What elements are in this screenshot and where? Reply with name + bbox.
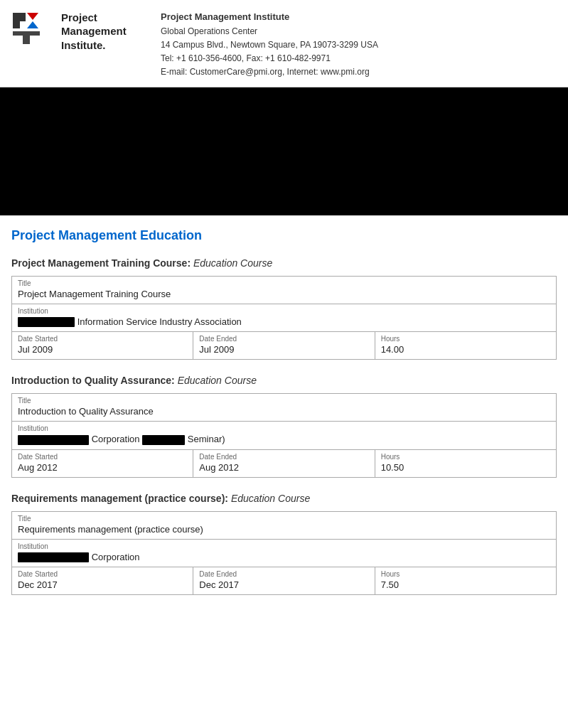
title-field-3: Title Requirements management (practice …	[11, 511, 557, 540]
title-field-2: Title Introduction to Quality Assurance	[11, 393, 557, 422]
svg-rect-6	[23, 31, 30, 44]
date-started-field-1: Date Started Jul 2009	[11, 331, 193, 360]
course-block-3: Requirements management (practice course…	[11, 493, 557, 595]
hours-field-2: Hours 10.50	[375, 449, 557, 478]
logo-text: Project Management Institute.	[61, 11, 127, 53]
section-title: Project Management Education	[11, 228, 557, 243]
svg-marker-3	[27, 13, 38, 20]
course-block-2: Introduction to Quality Assurance: Educa…	[11, 375, 557, 477]
logo: Project Management Institute.	[11, 10, 139, 53]
svg-marker-4	[27, 21, 38, 28]
institution-field-1: Institution Information Service Industry…	[11, 304, 557, 333]
institution-field-3: Institution Corporation	[11, 539, 557, 568]
date-row-1: Date Started Jul 2009 Date Ended Jul 200…	[11, 331, 557, 359]
date-row-2: Date Started Aug 2012 Date Ended Aug 201…	[11, 449, 557, 477]
main-content: Project Management Education Project Man…	[0, 215, 568, 623]
redacted-2b	[142, 435, 185, 445]
course-block-1: Project Management Training Course: Educ…	[11, 257, 557, 360]
date-ended-field-3: Date Ended Dec 2017	[193, 567, 375, 595]
page-header: Project Management Institute. Project Ma…	[0, 0, 568, 87]
redacted-1	[18, 317, 75, 327]
course-heading-1: Project Management Training Course: Educ…	[11, 257, 557, 269]
date-started-field-2: Date Started Aug 2012	[11, 449, 193, 478]
header-address: Project Management Institute Global Oper…	[161, 10, 378, 80]
institution-field-2: Institution Corporation Seminar)	[11, 421, 557, 450]
hours-field-1: Hours 14.00	[375, 331, 557, 360]
date-ended-field-1: Date Ended Jul 2009	[193, 331, 375, 360]
course-heading-2: Introduction to Quality Assurance: Educa…	[11, 375, 557, 386]
date-row-3: Date Started Dec 2017 Date Ended Dec 201…	[11, 567, 557, 594]
svg-rect-2	[20, 16, 26, 21]
redacted-3	[18, 552, 89, 562]
date-started-field-3: Date Started Dec 2017	[11, 567, 193, 595]
title-field-1: Title Project Management Training Course	[11, 276, 557, 304]
course-heading-3: Requirements management (practice course…	[11, 493, 557, 504]
pmi-logo-icon	[11, 10, 54, 53]
date-ended-field-2: Date Ended Aug 2012	[193, 449, 375, 478]
redacted-2a	[18, 435, 89, 445]
hours-field-3: Hours 7.50	[375, 567, 557, 595]
redacted-banner	[0, 87, 568, 215]
